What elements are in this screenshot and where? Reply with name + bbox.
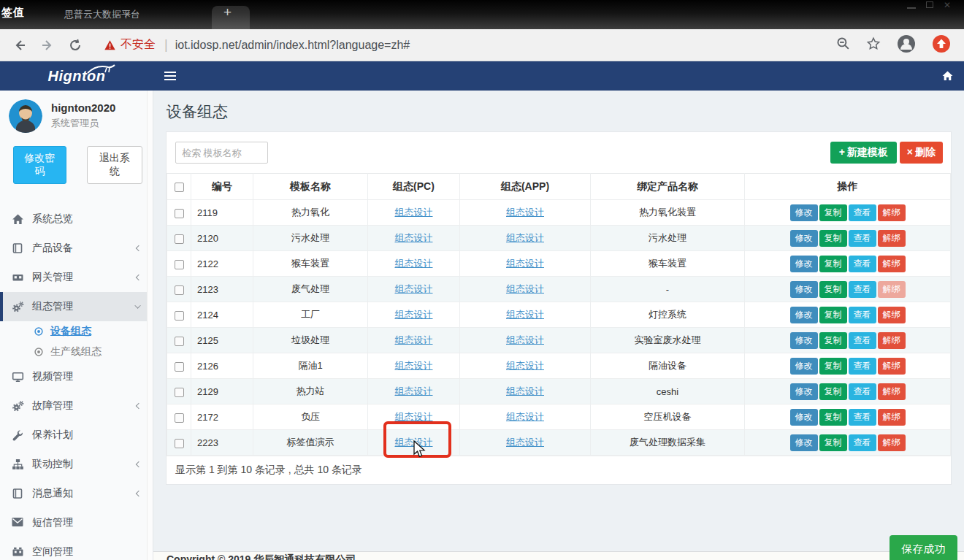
view-button[interactable]: 查看 [849, 434, 876, 451]
view-button[interactable]: 查看 [849, 409, 876, 426]
sidebar-item-fault-mgmt[interactable]: 故障管理 [0, 391, 153, 421]
config-pc-link[interactable]: 组态设计 [395, 386, 433, 396]
copy-button[interactable]: 复制 [819, 281, 847, 298]
view-button[interactable]: 查看 [849, 256, 876, 272]
config-app-link[interactable]: 组态设计 [506, 232, 544, 243]
delete-button[interactable]: ×删除 [900, 142, 943, 164]
config-pc-link[interactable]: 组态设计 [395, 309, 433, 320]
view-button[interactable]: 查看 [849, 281, 876, 298]
reload-icon[interactable] [67, 37, 83, 53]
copy-button[interactable]: 复制 [819, 409, 847, 426]
sidebar-item-system-overview[interactable]: 系统总览 [0, 204, 153, 234]
row-checkbox[interactable] [175, 234, 184, 244]
view-button[interactable]: 查看 [849, 358, 876, 375]
unbind-button[interactable]: 解绑 [878, 409, 906, 426]
config-app-link[interactable]: 组态设计 [506, 283, 544, 294]
config-pc-link[interactable]: 组态设计 [395, 437, 433, 448]
unbind-button[interactable]: 解绑 [878, 230, 906, 247]
sidebar-scrollbar[interactable] [147, 91, 153, 560]
extension-icon[interactable] [932, 34, 951, 56]
sidebar-subitem-device-config[interactable]: 设备组态 [0, 321, 153, 342]
row-checkbox[interactable] [175, 311, 184, 321]
config-app-link[interactable]: 组态设计 [506, 386, 544, 396]
tab-close-icon[interactable]: × [124, 8, 131, 20]
config-pc-link[interactable]: 组态设计 [395, 258, 433, 269]
new-template-button[interactable]: +新建模板 [830, 142, 897, 164]
copy-button[interactable]: 复制 [819, 230, 847, 247]
config-app-link[interactable]: 组态设计 [506, 411, 544, 422]
row-checkbox[interactable] [175, 388, 184, 397]
unbind-button[interactable]: 解绑 [878, 358, 906, 375]
browser-profile-icon[interactable] [897, 34, 916, 56]
sidebar-toggle-icon[interactable] [153, 61, 187, 91]
view-button[interactable]: 查看 [849, 332, 876, 349]
config-app-link[interactable]: 组态设计 [506, 207, 544, 218]
copy-button[interactable]: 复制 [819, 383, 847, 400]
unbind-button[interactable]: 解绑 [878, 281, 906, 298]
row-checkbox[interactable] [175, 260, 184, 269]
minimize-icon[interactable] [907, 7, 916, 9]
close-window-icon[interactable]: ✕ [944, 1, 951, 9]
row-checkbox[interactable] [175, 439, 184, 448]
config-app-link[interactable]: 组态设计 [506, 437, 544, 448]
sidebar-item-gateway-mgmt[interactable]: 网关管理 [0, 263, 153, 292]
sidebar-item-video-mgmt[interactable]: 视频管理 [0, 362, 153, 391]
config-app-link[interactable]: 组态设计 [506, 258, 544, 269]
brand-logo[interactable]: Hignton [0, 61, 153, 91]
config-pc-link[interactable]: 组态设计 [395, 232, 433, 243]
row-checkbox[interactable] [175, 285, 184, 295]
edit-button[interactable]: 修改 [790, 307, 818, 323]
config-pc-link[interactable]: 组态设计 [395, 283, 433, 294]
logout-button[interactable]: 退出系统 [87, 146, 143, 184]
change-password-button[interactable]: 修改密码 [13, 146, 66, 184]
view-button[interactable]: 查看 [849, 307, 876, 323]
row-checkbox[interactable] [175, 413, 184, 423]
config-app-link[interactable]: 组态设计 [506, 309, 544, 320]
unbind-button[interactable]: 解绑 [878, 383, 906, 400]
back-icon[interactable] [12, 37, 28, 53]
view-button[interactable]: 查看 [849, 230, 876, 247]
search-input[interactable] [175, 142, 268, 164]
view-button[interactable]: 查看 [849, 383, 876, 400]
unbind-button[interactable]: 解绑 [878, 204, 906, 221]
row-checkbox[interactable] [175, 209, 184, 218]
security-chip[interactable]: 不安全 [104, 37, 156, 53]
zoom-icon[interactable] [836, 37, 850, 53]
config-pc-link[interactable]: 组态设计 [395, 360, 433, 371]
config-pc-link[interactable]: 组态设计 [395, 207, 433, 218]
sidebar-item-maintenance-plan[interactable]: 保养计划 [0, 421, 153, 450]
copy-button[interactable]: 复制 [819, 434, 847, 451]
row-checkbox[interactable] [175, 362, 184, 372]
edit-button[interactable]: 修改 [790, 332, 818, 349]
copy-button[interactable]: 复制 [819, 358, 847, 375]
sidebar-item-message-notice[interactable]: 消息通知 [0, 479, 153, 508]
sidebar-item-linkage-control[interactable]: 联动控制 [0, 450, 153, 479]
edit-button[interactable]: 修改 [790, 204, 818, 221]
unbind-button[interactable]: 解绑 [878, 332, 906, 349]
sidebar-item-sms-mgmt[interactable]: 短信管理 [0, 508, 153, 537]
config-pc-link[interactable]: 组态设计 [395, 411, 433, 422]
browser-tab[interactable]: 思普云大数据平台 [64, 0, 210, 29]
url-text[interactable]: iot.idosp.net/admin/index.html?language=… [175, 39, 410, 52]
edit-button[interactable]: 修改 [790, 409, 818, 426]
edit-button[interactable]: 修改 [790, 230, 818, 247]
forward-icon[interactable] [39, 37, 56, 53]
row-checkbox[interactable] [175, 337, 184, 346]
select-all-checkbox[interactable] [175, 183, 184, 192]
edit-button[interactable]: 修改 [790, 256, 818, 272]
unbind-button[interactable]: 解绑 [878, 256, 906, 272]
sidebar-item-space-mgmt[interactable]: 空间管理 [0, 537, 153, 560]
sidebar-item-product-device[interactable]: 产品设备 [0, 234, 153, 263]
edit-button[interactable]: 修改 [790, 434, 818, 451]
unbind-button[interactable]: 解绑 [878, 307, 906, 323]
bookmark-star-icon[interactable] [866, 37, 881, 54]
config-pc-link[interactable]: 组态设计 [395, 334, 433, 345]
view-button[interactable]: 查看 [849, 204, 876, 221]
unbind-button[interactable]: 解绑 [878, 434, 906, 451]
config-app-link[interactable]: 组态设计 [506, 334, 544, 345]
copy-button[interactable]: 复制 [819, 204, 847, 221]
copy-button[interactable]: 复制 [819, 307, 847, 323]
sidebar-item-config-mgmt[interactable]: 组态管理 [0, 292, 153, 321]
navbar-home-icon[interactable] [930, 61, 964, 91]
copy-button[interactable]: 复制 [819, 332, 847, 349]
